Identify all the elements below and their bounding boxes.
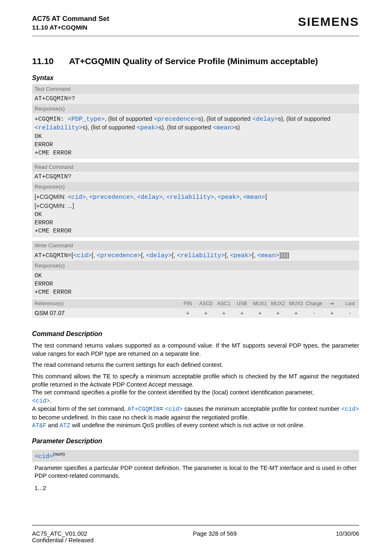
ref-col-arrow: ➔ xyxy=(323,299,341,308)
ref-col-charge: Charge xyxy=(305,299,323,308)
ref-col-asc1: ASC1 xyxy=(215,299,233,308)
param-cid-sup: (num) xyxy=(53,451,65,456)
test-command-resp-label: Response(s) xyxy=(32,104,359,113)
ref-col-usb: USB xyxy=(233,299,251,308)
write-command-label: Write Command xyxy=(32,241,359,250)
footer-confidential: Confidential / Released xyxy=(32,537,94,543)
reference-body-row: GSM 07.07 + + + + + + + - + - xyxy=(32,308,359,318)
read-command-label: Read Command xyxy=(32,162,359,172)
desc-p5-and: and xyxy=(46,422,60,428)
param-peak: <peak> xyxy=(230,252,252,259)
resp-cme: +CME ERROR xyxy=(35,289,71,296)
param-reliability: <reliability> xyxy=(166,194,214,201)
header-section-ref: 11.10 AT+CGQMIN xyxy=(32,24,109,31)
param-reliability: <reliability> xyxy=(177,252,225,259)
header-left: AC75 AT Command Set 11.10 AT+CGQMIN xyxy=(32,15,109,31)
section-heading: 11.10 AT+CGQMIN Quality of Service Profi… xyxy=(32,56,359,66)
write-command-response: OK ERROR +CME ERROR xyxy=(32,270,359,299)
syntax-label: Syntax xyxy=(32,74,359,82)
param-cid-link[interactable]: <cid> xyxy=(165,406,183,412)
reference-value: GSM 07.07 xyxy=(32,308,179,318)
atcgqmin-link[interactable]: AT+CGQMIN xyxy=(127,406,159,412)
resp-text: s), (list of supported xyxy=(198,115,252,122)
atf-link[interactable]: AT&F xyxy=(32,422,46,429)
ref-col-mux2: MUX2 xyxy=(269,299,287,308)
ref-val: + xyxy=(251,308,269,318)
ref-val: + xyxy=(287,308,305,318)
resp-error: ERROR xyxy=(35,281,53,288)
footer-page-number: Page 328 of 569 xyxy=(193,530,237,543)
ref-col-pin: PIN xyxy=(179,299,197,308)
param-cid-text: Parameter specifies a particular PDP con… xyxy=(35,464,357,480)
resp-close: ] xyxy=(265,193,267,200)
test-command-label: Test Command xyxy=(32,84,359,94)
param-reliability: <reliability> xyxy=(35,124,83,131)
airplane-icon: ➔ xyxy=(330,301,334,306)
page-footer: AC75_ATC_V01.002 Confidential / Released… xyxy=(32,527,359,543)
bracket: [, xyxy=(92,252,97,258)
resp-error: ERROR xyxy=(35,219,53,226)
header-rule xyxy=(32,35,359,37)
write-command-cmd: AT+CGQMIN=[<cid>[, <precedence>[, <delay… xyxy=(32,250,359,261)
resp-prefix: +CGQMIN: xyxy=(35,116,68,123)
write-command-block: Write Command AT+CGQMIN=[<cid>[, <preced… xyxy=(32,241,359,299)
param-precedence: <precedence> xyxy=(89,194,134,201)
doc-title: AC75 AT Command Set xyxy=(32,15,109,23)
description-p1: The test command returns values supporte… xyxy=(32,342,359,358)
ref-val: - xyxy=(305,308,323,318)
read-command-resp-label: Response(s) xyxy=(32,182,359,191)
resp-more: [+CGQMIN: ...] xyxy=(35,203,74,209)
resp-ok: OK xyxy=(35,272,42,279)
section-number: 11.10 xyxy=(32,56,69,66)
param-mean: <mean> xyxy=(257,252,279,259)
param-cid: <cid> xyxy=(73,252,92,259)
ref-val: + xyxy=(197,308,215,318)
param-cid: <cid> xyxy=(67,194,86,201)
ref-col-mux1: MUX1 xyxy=(251,299,269,308)
param-cid-body: Parameter specifies a particular PDP con… xyxy=(32,462,359,495)
ref-val: - xyxy=(341,308,359,318)
parameter-description-label: Parameter Description xyxy=(32,438,359,445)
resp-cme: +CME ERROR xyxy=(35,228,71,235)
desc-p3b-pre: The set command specifies a profile for … xyxy=(32,389,314,396)
footer-doc-id: AC75_ATC_V01.002 xyxy=(32,530,94,537)
ref-val: + xyxy=(179,308,197,318)
desc-p3b-post: . xyxy=(50,397,52,404)
ref-val: + xyxy=(233,308,251,318)
param-cid-header: <cid>(num) xyxy=(32,450,359,462)
ref-val: + xyxy=(269,308,287,318)
write-command-resp-label: Response(s) xyxy=(32,261,359,270)
cmd-prefix: AT+CGQMIN= xyxy=(35,252,71,259)
ref-col-mux3: MUX3 xyxy=(287,299,305,308)
desc-p5-post: will undefine the minimum QoS profiles o… xyxy=(70,422,305,428)
test-command-block: Test Command AT+CGQMIN=? Response(s) +CG… xyxy=(32,84,359,160)
resp-text: s), (list of supported xyxy=(83,124,136,131)
param-cid-link[interactable]: <cid> xyxy=(32,398,50,404)
param-peak: <peak> xyxy=(136,124,159,131)
test-command-response: +CGQMIN: <PDP_type>, (list of supported … xyxy=(32,113,359,159)
param-delay: <delay> xyxy=(146,252,172,259)
resp-ok: OK xyxy=(35,133,42,140)
resp-text: s) xyxy=(235,124,240,131)
reference-header-row: Reference(s) PIN ASC0 ASC1 USB MUX1 MUX2… xyxy=(32,299,359,308)
ref-col-asc0: ASC0 xyxy=(197,299,215,308)
param-cid-link[interactable]: <cid> xyxy=(341,406,359,412)
bracket: [, xyxy=(252,252,257,258)
param-peak: <peak> xyxy=(218,194,240,201)
description-p2: The read command returns the current set… xyxy=(32,361,359,369)
brand-logo: SIEMENS xyxy=(298,15,359,29)
param-mean: <mean> xyxy=(213,124,235,131)
footer-rule xyxy=(32,525,359,525)
resp-text: , (list of supported xyxy=(105,115,154,122)
atz-link[interactable]: ATZ xyxy=(60,422,70,429)
bracket-close: ]]]]]] xyxy=(279,252,289,258)
reference-header-label: Reference(s) xyxy=(32,299,179,308)
comma: , xyxy=(240,193,243,200)
resp-ok: OK xyxy=(35,211,42,218)
param-cid-name: <cid> xyxy=(35,453,53,460)
read-command-block: Read Command AT+CGQMIN? Response(s) [+CG… xyxy=(32,162,359,238)
desc-p3a: This command allows the TE to specify a … xyxy=(32,373,359,388)
reference-table: Reference(s) PIN ASC0 ASC1 USB MUX1 MUX2… xyxy=(32,299,359,318)
ref-val: + xyxy=(215,308,233,318)
desc-p4-pre: A special form of the set command, xyxy=(32,405,127,412)
